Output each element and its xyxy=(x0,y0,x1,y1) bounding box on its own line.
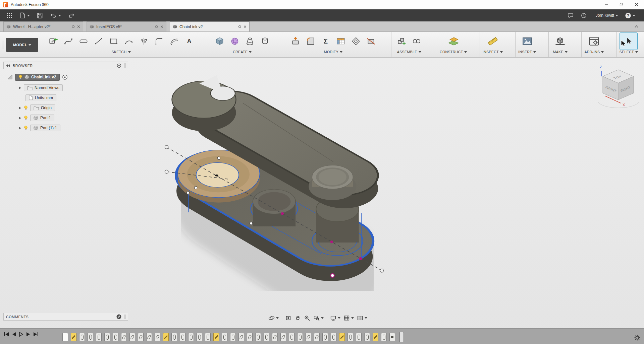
timeline-item-cham[interactable] xyxy=(238,333,244,341)
restore-button[interactable] xyxy=(614,0,629,9)
ground-target-icon[interactable] xyxy=(62,74,68,80)
browser-item-part1[interactable]: Part:1 xyxy=(18,114,54,122)
timeline-item-ext[interactable] xyxy=(180,333,185,341)
create-form-button[interactable] xyxy=(227,33,242,50)
scripts-addins-button[interactable] xyxy=(585,33,603,50)
timeline-item-cham[interactable] xyxy=(247,333,253,341)
undo-button[interactable] xyxy=(48,10,63,20)
timeline-item-joint[interactable] xyxy=(389,333,395,341)
new-component-button[interactable] xyxy=(394,33,409,50)
ribbon-group-label-make[interactable]: MAKE xyxy=(553,50,568,54)
timeline-item-ext[interactable] xyxy=(222,333,227,341)
timeline-item-sketch[interactable] xyxy=(163,333,169,341)
timeline-item-sketch[interactable] xyxy=(339,333,345,341)
visibility-bulb-icon[interactable] xyxy=(24,116,28,121)
timeline-item-cham[interactable] xyxy=(138,333,144,341)
new-solid-button[interactable] xyxy=(212,33,227,50)
timeline-item-sketch[interactable] xyxy=(213,333,219,341)
browser-item-named-views[interactable]: Named Views xyxy=(18,84,63,92)
timeline-item-cham[interactable] xyxy=(272,333,278,341)
timeline-item-ext[interactable] xyxy=(322,333,328,341)
panel-grip[interactable] xyxy=(124,63,125,68)
rectangle-button[interactable] xyxy=(106,33,121,50)
app-grid-menu-button[interactable] xyxy=(4,10,15,20)
timeline-item-ext[interactable] xyxy=(104,333,110,341)
tab-close-icon[interactable] xyxy=(77,25,80,28)
timeline-item-doc[interactable] xyxy=(62,333,68,341)
browser-item-origin[interactable]: Origin xyxy=(18,104,55,112)
visibility-bulb-icon[interactable] xyxy=(24,126,28,131)
browser-item-units[interactable]: Units: mm xyxy=(25,94,56,102)
view-cube[interactable]: TOP FRONT RIGHT Z X xyxy=(591,62,644,116)
timeline-item-cham[interactable] xyxy=(306,333,311,341)
offset-button[interactable] xyxy=(166,33,181,50)
display-settings-button[interactable] xyxy=(330,315,340,321)
timeline-item-cham[interactable] xyxy=(121,333,127,341)
ribbon-group-label-insert[interactable]: INSERT xyxy=(518,50,536,54)
job-status-button[interactable] xyxy=(579,10,589,20)
timeline-item-ext[interactable] xyxy=(297,333,303,341)
close-button[interactable] xyxy=(629,0,644,9)
timeline-item-sketch[interactable] xyxy=(71,333,76,341)
zoom-tool-button[interactable] xyxy=(304,315,310,321)
press-pull-button[interactable] xyxy=(288,33,303,50)
timeline-go-to-start-button[interactable] xyxy=(3,332,9,337)
change-parameters-button[interactable]: Σ xyxy=(318,33,333,50)
slot-button[interactable] xyxy=(76,33,91,50)
save-button[interactable] xyxy=(35,10,45,20)
browser-header[interactable]: BROWSER xyxy=(3,62,128,69)
timeline-item-ext[interactable] xyxy=(356,333,362,341)
viewports-button[interactable] xyxy=(357,315,367,321)
line-button[interactable] xyxy=(91,33,106,50)
timeline-item-ext[interactable] xyxy=(364,333,370,341)
spreadsheet-button[interactable] xyxy=(333,33,348,50)
timeline-item-ext[interactable] xyxy=(113,333,118,341)
toolbar-grip[interactable] xyxy=(2,41,3,49)
timeline-item-ext[interactable] xyxy=(230,333,236,341)
timeline-item-cham[interactable] xyxy=(314,333,320,341)
ribbon-group-label-modify[interactable]: MODIFY xyxy=(324,50,342,54)
tab-inserteos[interactable]: InsertEOS v5* xyxy=(87,21,166,31)
ribbon-group-label-construct[interactable]: CONSTRUCT xyxy=(440,50,467,54)
spline-button[interactable] xyxy=(61,33,76,50)
pan-tool-button[interactable] xyxy=(294,315,301,321)
fillet-3d-button[interactable] xyxy=(303,33,318,50)
timeline-item-ext[interactable] xyxy=(205,333,211,341)
comments-feed-button[interactable] xyxy=(565,10,576,20)
timeline-step-forward-button[interactable] xyxy=(26,332,31,337)
browser-root-row[interactable]: ChainLink v2 xyxy=(7,73,68,81)
make-3d-print-button[interactable] xyxy=(551,33,569,50)
expand-arrow-icon[interactable] xyxy=(18,126,21,130)
tab-close-icon[interactable] xyxy=(244,25,247,28)
expand-arrow-icon[interactable] xyxy=(18,116,21,120)
joint-button[interactable] xyxy=(409,33,424,50)
timeline-play-button[interactable] xyxy=(19,332,23,337)
user-account-button[interactable]: Jörn Kiwitt xyxy=(592,10,620,20)
expand-arrow-icon[interactable] xyxy=(18,86,21,90)
timeline-item-ext[interactable] xyxy=(347,333,353,341)
window-zoom-button[interactable] xyxy=(313,315,324,321)
ribbon-group-label-create[interactable]: CREATE xyxy=(233,50,252,54)
sketch-fillet-button[interactable] xyxy=(151,33,166,50)
panel-options-icon[interactable] xyxy=(117,63,121,68)
add-comment-icon[interactable] xyxy=(116,314,121,319)
timeline-item-ext[interactable] xyxy=(96,333,102,341)
mirror-button[interactable] xyxy=(136,33,151,50)
create-sketch-button[interactable] xyxy=(46,33,61,50)
timeline-item-cham[interactable] xyxy=(146,333,152,341)
timeline-item-ext[interactable] xyxy=(264,333,269,341)
loft-button[interactable] xyxy=(242,33,257,50)
ribbon-group-label-select[interactable]: SELECT xyxy=(620,50,638,54)
help-button[interactable]: ? xyxy=(623,10,637,20)
timeline-step-back-button[interactable] xyxy=(12,332,16,337)
timeline-item-ext[interactable] xyxy=(197,333,202,341)
minimize-button[interactable] xyxy=(599,0,614,9)
hole-button[interactable] xyxy=(257,33,272,50)
redo-button[interactable] xyxy=(66,10,77,20)
timeline-item-ext[interactable] xyxy=(331,333,336,341)
ribbon-group-label-inspect[interactable]: INSPECT xyxy=(483,50,503,54)
timeline-item-sketch[interactable] xyxy=(373,333,378,341)
arc-button[interactable] xyxy=(121,33,136,50)
timeline-item-ext[interactable] xyxy=(255,333,261,341)
timeline-item-cham[interactable] xyxy=(129,333,135,341)
